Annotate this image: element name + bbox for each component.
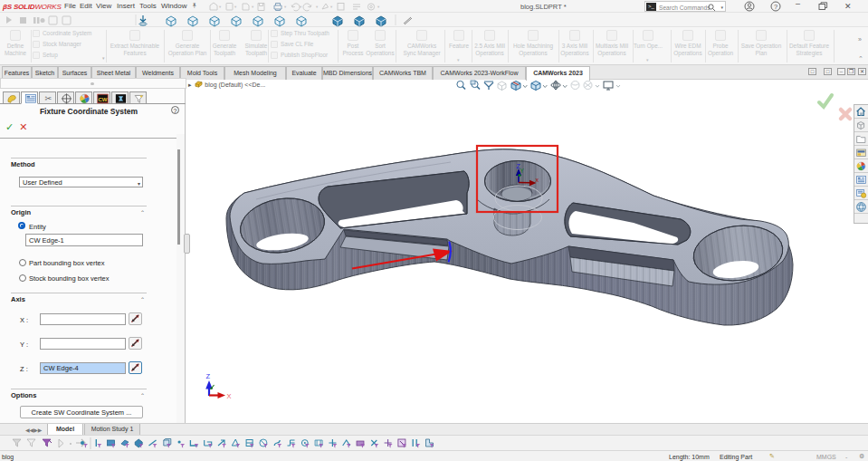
svg-text:?: ? (774, 3, 777, 11)
svg-text:Z: Z (206, 372, 211, 380)
svg-text:CW: CW (98, 97, 107, 102)
svg-text:▾: ▾ (300, 5, 302, 9)
svg-text:▾: ▾ (316, 5, 319, 9)
svg-text:X: X (227, 392, 232, 400)
svg-text:x: x (536, 177, 539, 183)
svg-text:▾: ▾ (219, 5, 222, 9)
svg-text:▾: ▾ (284, 5, 287, 9)
svg-text:Y: Y (520, 168, 525, 174)
svg-text:▾: ▾ (252, 5, 254, 9)
svg-text:✂: ✂ (45, 93, 52, 103)
svg-text:▾: ▾ (330, 5, 333, 9)
svg-text:▾: ▾ (234, 5, 237, 9)
svg-text:▾: ▾ (377, 5, 380, 9)
